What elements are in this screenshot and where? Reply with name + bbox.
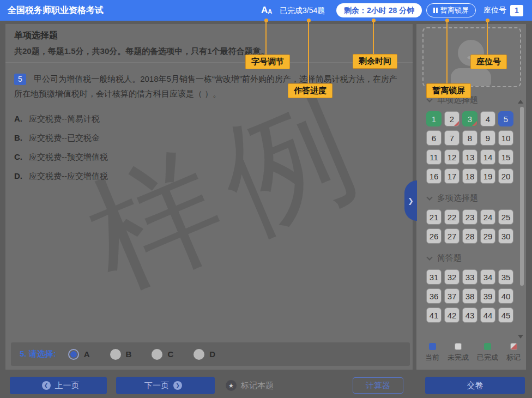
question-button-6[interactable]: 6: [426, 130, 442, 146]
nav-section: 单项选择题1234567891011121314151617181920: [426, 95, 516, 184]
radio-icon[interactable]: [68, 349, 79, 360]
option-text: 应交税费--预交增值税: [29, 152, 108, 161]
answer-choice-B[interactable]: B: [110, 349, 132, 360]
question-button-28[interactable]: 28: [462, 228, 477, 244]
option-row[interactable]: B.应交税费--已交税金: [14, 133, 413, 143]
question-button-35[interactable]: 35: [498, 269, 513, 285]
question-button-44[interactable]: 44: [480, 307, 495, 323]
legend-item: 当前: [425, 343, 439, 363]
question-button-16[interactable]: 16: [426, 168, 442, 184]
question-button-17[interactable]: 17: [444, 168, 460, 184]
question-button-8[interactable]: 8: [462, 130, 477, 146]
question-button-40[interactable]: 40: [498, 288, 513, 304]
section-title: 单项选择题: [14, 30, 413, 41]
legend-label: 已完成: [477, 353, 498, 363]
pause-lock-button[interactable]: 暂离锁屏: [426, 3, 476, 17]
question-button-43[interactable]: 43: [462, 307, 477, 323]
submit-exam-button[interactable]: 交卷: [425, 377, 525, 394]
scrollbar-thumb[interactable]: [520, 107, 524, 286]
question-button-29[interactable]: 29: [480, 228, 495, 244]
chevron-down-icon: [426, 194, 432, 200]
question-button-24[interactable]: 24: [480, 209, 495, 225]
question-button-15[interactable]: 15: [498, 149, 513, 165]
radio-icon[interactable]: [152, 349, 162, 360]
question-button-42[interactable]: 42: [444, 307, 460, 323]
question-button-1[interactable]: 1: [426, 111, 442, 126]
question-button-25[interactable]: 25: [498, 209, 513, 225]
nav-section-title: 多项选择题: [437, 193, 478, 203]
question-button-32[interactable]: 32: [444, 269, 460, 285]
calculator-label: 计算器: [366, 381, 390, 391]
radio-icon[interactable]: [110, 349, 121, 360]
answer-choices: ABCD: [68, 349, 235, 360]
chevron-left-icon: ❮: [42, 381, 51, 390]
question-text-block: 5 甲公司为增值税一般纳税人。2018年5月销售一栋“营改增”前外购的房产，选择…: [14, 71, 403, 101]
mark-question-button[interactable]: ★ 标记本题: [226, 377, 274, 394]
question-button-36[interactable]: 36: [426, 288, 442, 304]
next-page-button[interactable]: 下一页 ❯: [116, 377, 215, 394]
prev-page-button[interactable]: ❮ 上一页: [10, 377, 107, 394]
question-button-22[interactable]: 22: [444, 209, 460, 225]
question-button-37[interactable]: 37: [444, 288, 460, 304]
scrollbar-down-icon[interactable]: [518, 335, 523, 341]
callout-seat-number: 座位号: [470, 55, 507, 69]
legend-item: 已完成: [477, 343, 498, 363]
question-button-13[interactable]: 13: [462, 149, 477, 165]
question-button-7[interactable]: 7: [444, 130, 460, 146]
sidebar-collapse-tab[interactable]: ❯: [404, 180, 417, 221]
answer-choice-A[interactable]: A: [68, 349, 90, 360]
legend-swatch-done: [484, 343, 491, 350]
calculator-button[interactable]: 计算器: [353, 377, 403, 394]
prev-page-label: 上一页: [55, 381, 80, 391]
question-button-27[interactable]: 27: [444, 228, 460, 244]
callout-dot: [307, 19, 311, 22]
question-button-45[interactable]: 45: [498, 307, 513, 323]
question-button-41[interactable]: 41: [426, 307, 442, 323]
question-button-19[interactable]: 19: [480, 168, 495, 184]
question-text: 甲公司为增值税一般纳税人。2018年5月销售一栋“营改增”前外购的房产，选择简易…: [14, 74, 397, 98]
question-button-39[interactable]: 39: [480, 288, 495, 304]
pause-icon: [433, 8, 435, 13]
option-row[interactable]: A.应交税费--简易计税: [14, 114, 413, 124]
legend-item: 未完成: [448, 343, 469, 363]
options-list: A.应交税费--简易计税B.应交税费--已交税金C.应交税费--预交增值税D.应…: [14, 114, 413, 182]
callout-line: [265, 21, 267, 55]
question-button-34[interactable]: 34: [480, 269, 495, 285]
question-button-33[interactable]: 33: [462, 269, 477, 285]
star-icon: ★: [226, 380, 237, 391]
question-button-2[interactable]: 2: [444, 111, 460, 126]
question-button-12[interactable]: 12: [444, 149, 460, 165]
app-header: 全国税务师职业资格考试 A A 已完成3/54题 剩余：2小时 28 分钟 暂离…: [0, 0, 532, 21]
font-size-icon[interactable]: A A: [261, 0, 272, 21]
nav-section-header[interactable]: 多项选择题: [426, 193, 516, 203]
question-button-9[interactable]: 9: [480, 130, 495, 146]
question-button-23[interactable]: 23: [462, 209, 477, 225]
answer-choice-C[interactable]: C: [152, 349, 173, 360]
question-button-10[interactable]: 10: [498, 130, 513, 146]
next-page-label: 下一页: [144, 381, 169, 391]
question-button-31[interactable]: 31: [426, 269, 442, 285]
callout-dot: [264, 19, 268, 22]
question-button-21[interactable]: 21: [426, 209, 442, 225]
question-button-18[interactable]: 18: [462, 168, 477, 184]
question-button-30[interactable]: 30: [498, 228, 513, 244]
option-row[interactable]: D.应交税费--应交增值税: [14, 171, 413, 182]
radio-icon[interactable]: [194, 349, 204, 360]
legend-swatch-todo: [455, 343, 462, 350]
answer-choice-D[interactable]: D: [194, 349, 215, 360]
question-button-4[interactable]: 4: [480, 111, 495, 126]
question-button-38[interactable]: 38: [462, 288, 477, 304]
callout-line: [308, 21, 309, 83]
question-button-3[interactable]: 3: [462, 111, 477, 126]
legend-label: 当前: [425, 353, 439, 363]
seat-number: 座位号 1: [483, 0, 523, 21]
option-text: 应交税费--已交税金: [29, 133, 100, 142]
question-button-14[interactable]: 14: [480, 149, 495, 165]
option-row[interactable]: C.应交税费--预交增值税: [14, 152, 413, 162]
question-button-20[interactable]: 20: [498, 168, 513, 184]
question-button-26[interactable]: 26: [426, 228, 442, 244]
question-button-11[interactable]: 11: [426, 149, 442, 165]
nav-section-header[interactable]: 简答题: [426, 253, 516, 263]
question-button-5[interactable]: 5: [498, 111, 513, 126]
scrollbar-up-icon[interactable]: [518, 97, 523, 104]
